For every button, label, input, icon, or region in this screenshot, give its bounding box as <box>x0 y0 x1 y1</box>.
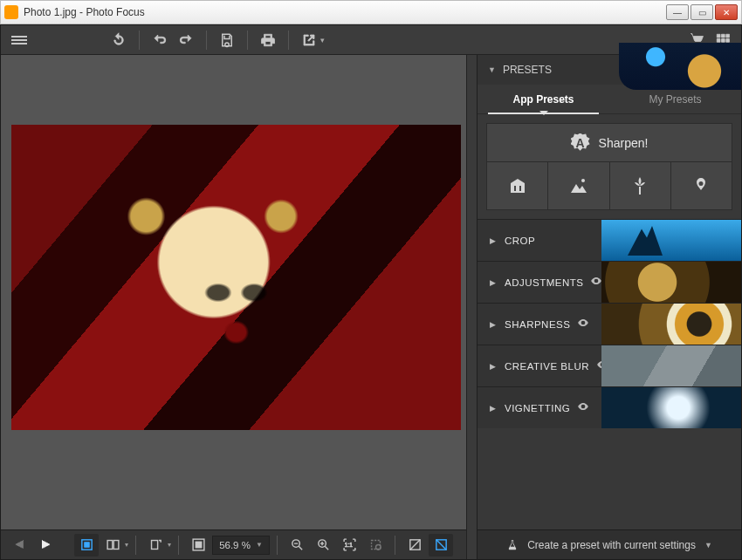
fit-screen-button[interactable] <box>186 534 210 557</box>
svg-rect-2 <box>107 541 113 550</box>
zoom-in-button[interactable] <box>311 534 335 557</box>
canvas-area: ⯇ ⯈ ▾ ▾ 56.9 %▼ 1:1 <box>1 55 466 559</box>
print-button[interactable] <box>257 29 279 51</box>
svg-rect-3 <box>113 541 119 550</box>
menu-button[interactable] <box>8 29 31 51</box>
zoom-selection-button[interactable] <box>363 534 388 557</box>
chevron-right-icon: ▶ <box>490 278 496 287</box>
create-preset-button[interactable]: Create a preset with current settings ▼ <box>477 529 741 559</box>
preset-sharpen-label: Sharpen! <box>599 136 649 150</box>
view-split-dropdown-icon[interactable]: ▾ <box>125 541 128 549</box>
zoom-out-button[interactable] <box>285 534 309 557</box>
section-thumbnail <box>601 304 741 345</box>
save-button[interactable] <box>216 29 238 51</box>
chevron-right-icon: ▶ <box>490 362 496 371</box>
redo-button[interactable] <box>175 29 197 51</box>
flask-icon <box>506 539 519 551</box>
revert-button[interactable] <box>107 29 130 51</box>
section-creative-blur[interactable]: ▶ CREATIVE BLUR <box>477 345 741 386</box>
window-close-button[interactable]: ✕ <box>715 4 738 20</box>
rotate-button[interactable] <box>143 534 168 557</box>
svg-rect-1 <box>84 543 89 548</box>
zoom-100-button[interactable]: 1:1 <box>337 534 361 557</box>
window-minimize-button[interactable]: — <box>666 4 689 20</box>
preset-category-portrait[interactable] <box>671 162 732 209</box>
next-image-button[interactable]: ⯈ <box>34 534 58 557</box>
view-split-button[interactable] <box>100 534 125 557</box>
zoom-readout[interactable]: 56.9 %▼ <box>212 536 270 555</box>
view-single-button[interactable] <box>74 534 99 557</box>
svg-rect-4 <box>151 541 157 550</box>
image-canvas <box>11 125 461 430</box>
prev-image-button[interactable]: ⯇ <box>8 534 32 557</box>
svg-text:1:1: 1:1 <box>344 542 352 548</box>
tab-my-presets[interactable]: My Presets <box>609 85 741 113</box>
section-crop[interactable]: ▶ CROP <box>477 219 741 261</box>
decorative-banner <box>619 43 741 90</box>
export-dropdown-icon[interactable]: ▾ <box>320 36 325 44</box>
svg-point-14 <box>581 179 585 182</box>
section-vignetting[interactable]: ▶ VIGNETTING <box>477 386 741 428</box>
chevron-down-icon: ▼ <box>488 65 496 74</box>
visibility-icon[interactable] <box>577 317 589 331</box>
preset-category-macro[interactable] <box>610 162 671 209</box>
presets-header[interactable]: ▼ PRESETS <box>477 55 741 85</box>
section-thumbnail <box>601 387 741 428</box>
bottom-toolbar: ⯇ ⯈ ▾ ▾ 56.9 %▼ 1:1 <box>1 529 466 559</box>
section-thumbnail <box>601 345 741 386</box>
presets-header-label: PRESETS <box>503 64 552 76</box>
window-titlebar: Photo 1.jpg - Photo Focus — ▭ ✕ <box>0 0 742 24</box>
create-preset-label: Create a preset with current settings <box>527 539 696 551</box>
section-thumbnail <box>601 220 741 261</box>
chevron-right-icon: ▶ <box>490 404 496 413</box>
shadow-clipping-button[interactable] <box>429 534 453 557</box>
highlight-clipping-button[interactable] <box>402 534 427 557</box>
tab-app-presets[interactable]: App Presets <box>477 85 609 113</box>
image-viewport[interactable] <box>1 55 466 529</box>
window-title: Photo 1.jpg - Photo Focus <box>24 6 664 18</box>
svg-rect-6 <box>195 542 201 548</box>
preset-tabs: App Presets My Presets <box>477 85 741 114</box>
auto-badge-icon: A <box>571 133 590 153</box>
section-sharpness[interactable]: ▶ SHARPNESS <box>477 303 741 345</box>
app-icon <box>4 5 18 19</box>
chevron-right-icon: ▶ <box>490 320 496 329</box>
export-button[interactable] <box>298 29 320 51</box>
rotate-dropdown-icon[interactable]: ▾ <box>168 541 171 549</box>
preset-grid: A Sharpen! <box>486 123 732 210</box>
window-maximize-button[interactable]: ▭ <box>690 4 713 20</box>
visibility-icon[interactable] <box>577 400 589 415</box>
side-panel: ▼ PRESETS App Presets My Presets A Sharp… <box>477 55 741 559</box>
preset-category-landscape[interactable] <box>548 162 609 209</box>
undo-button[interactable] <box>148 29 171 51</box>
preset-sharpen[interactable]: A Sharpen! <box>487 124 732 162</box>
section-adjustments[interactable]: ▶ ADJUSTMENTS <box>477 261 741 303</box>
section-thumbnail <box>601 262 741 303</box>
preset-category-architecture[interactable] <box>487 162 548 209</box>
vertical-scrollbar[interactable] <box>466 55 477 559</box>
chevron-right-icon: ▶ <box>490 236 496 245</box>
chevron-down-icon: ▼ <box>704 541 712 550</box>
